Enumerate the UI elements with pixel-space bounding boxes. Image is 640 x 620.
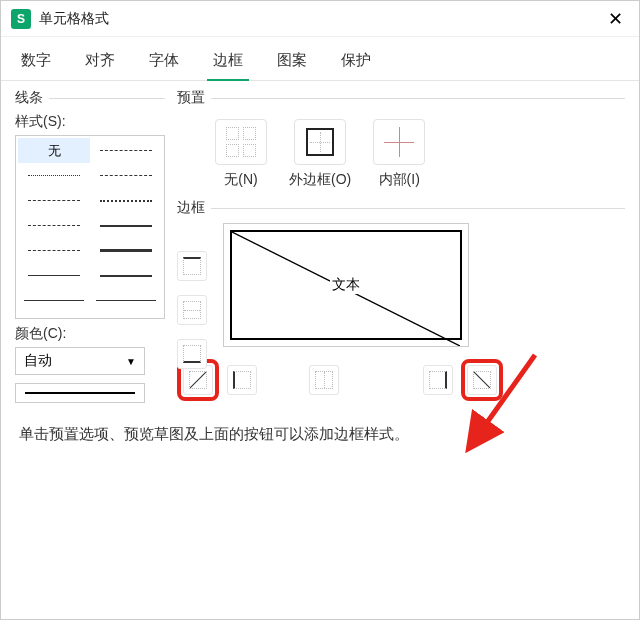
color-label: 颜色(C): — [15, 325, 165, 343]
color-preview — [15, 383, 145, 403]
app-icon: S — [11, 9, 31, 29]
color-dropdown[interactable]: 自动 ▼ — [15, 347, 145, 375]
tab-font[interactable]: 字体 — [143, 43, 185, 80]
line-section-label: 线条 — [15, 89, 165, 107]
close-icon[interactable]: ✕ — [602, 8, 629, 30]
chevron-down-icon: ▼ — [126, 356, 136, 367]
line-style-list[interactable]: 无 — [15, 135, 165, 319]
border-left-button[interactable] — [227, 365, 257, 395]
line-style-med[interactable] — [90, 213, 162, 238]
line-style-dashdot[interactable] — [90, 138, 162, 163]
preview-text: 文本 — [330, 276, 362, 294]
highlight-diag-down — [461, 359, 503, 401]
preset-outer-label: 外边框(O) — [289, 171, 351, 189]
line-style-dash2[interactable] — [90, 188, 162, 213]
window-title: 单元格格式 — [39, 10, 602, 28]
line-style-dash1[interactable] — [18, 188, 90, 213]
line-style-thick[interactable] — [90, 238, 162, 263]
border-panel: 预置 无(N) 外边框(O) 内部(I) 边框 — [177, 89, 625, 403]
style-label: 样式(S): — [15, 113, 165, 131]
titlebar: S 单元格格式 ✕ — [1, 1, 639, 37]
line-style-med2[interactable] — [90, 263, 162, 288]
line-style-thin2[interactable] — [18, 288, 90, 313]
line-style-dotted[interactable] — [18, 163, 90, 188]
preset-none[interactable]: 无(N) — [215, 119, 267, 189]
tab-pattern[interactable]: 图案 — [271, 43, 313, 80]
hint-text: 单击预置选项、预览草图及上面的按钮可以添加边框样式。 — [1, 403, 639, 444]
tab-bar: 数字 对齐 字体 边框 图案 保护 — [1, 37, 639, 81]
preset-inner-label: 内部(I) — [379, 171, 420, 189]
tab-number[interactable]: 数字 — [15, 43, 57, 80]
border-vmiddle-button[interactable] — [309, 365, 339, 395]
preset-none-label: 无(N) — [224, 171, 257, 189]
color-value: 自动 — [24, 352, 52, 370]
line-style-none[interactable]: 无 — [18, 138, 90, 163]
line-style-thin[interactable] — [18, 263, 90, 288]
diagonal-up-button[interactable] — [183, 365, 213, 395]
line-panel: 线条 样式(S): 无 — [15, 89, 165, 403]
tab-border[interactable]: 边框 — [207, 43, 249, 80]
line-style-dbldash[interactable] — [90, 163, 162, 188]
border-right-button[interactable] — [423, 365, 453, 395]
svg-line-1 — [190, 372, 206, 388]
svg-line-2 — [474, 372, 490, 388]
cell-format-dialog: S 单元格格式 ✕ 数字 对齐 字体 边框 图案 保护 线条 样式(S): 无 — [0, 0, 640, 620]
preset-section-label: 预置 — [177, 89, 625, 107]
tab-protect[interactable]: 保护 — [335, 43, 377, 80]
preset-outer[interactable]: 外边框(O) — [289, 119, 351, 189]
border-section-label: 边框 — [177, 199, 625, 217]
preset-inner[interactable]: 内部(I) — [373, 119, 425, 189]
line-style-thin3[interactable] — [90, 288, 162, 313]
border-top-button[interactable] — [177, 251, 207, 281]
border-preview[interactable]: 文本 — [223, 223, 469, 347]
diagonal-down-button[interactable] — [467, 365, 497, 395]
line-style-dash4[interactable] — [18, 238, 90, 263]
tab-align[interactable]: 对齐 — [79, 43, 121, 80]
border-hmiddle-button[interactable] — [177, 295, 207, 325]
line-style-dash3[interactable] — [18, 213, 90, 238]
border-bottom-button[interactable] — [177, 339, 207, 369]
